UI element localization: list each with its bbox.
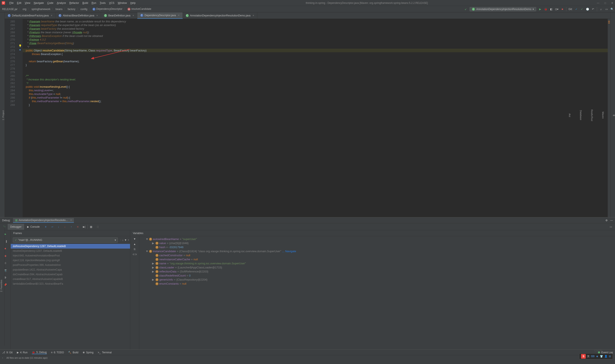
gutter-mark[interactable] (17, 73, 23, 77)
gutter-mark[interactable] (17, 30, 23, 33)
ime-user-icon[interactable]: 👤 (604, 355, 608, 358)
variable-node[interactable]: ▶f value = {char[9]@1848} (139, 241, 615, 245)
navigate-link[interactable]: ... Navigate (282, 250, 296, 253)
bottom-tool-debug[interactable]: 🐞5: Debug (32, 351, 47, 354)
expand-icon[interactable]: ▼ (146, 250, 148, 253)
menu-file[interactable]: File (8, 1, 15, 5)
run-icon[interactable]: ▶ (538, 7, 542, 11)
bottom-tool-git[interactable]: ⎇9: Git (2, 351, 13, 354)
crumb[interactable]: RELEASE.jar (1, 8, 18, 11)
gutter-mark[interactable] (17, 95, 23, 99)
code-line[interactable]: this.resolvableType = null; (23, 92, 608, 96)
gutter-mark[interactable] (17, 59, 23, 62)
variable-node[interactable]: ▼f autowiredBeanName = "superUser" (139, 237, 615, 241)
gutter-mark[interactable] (17, 22, 23, 26)
code-editor[interactable]: 2652662672682692702712722732742752762772… (5, 19, 610, 217)
threads-icon[interactable]: ≡ (43, 224, 49, 230)
code-line[interactable]: this.methodParameter = this.methodParame… (23, 99, 608, 103)
trace-icon[interactable]: ⇶ (94, 224, 101, 230)
gutter-mark[interactable] (17, 70, 23, 73)
gutter-mark[interactable] (17, 102, 23, 106)
bottom-tool-spring[interactable]: ❀Spring (83, 351, 94, 354)
close-tab-icon[interactable]: × (96, 14, 98, 17)
code-line[interactable]: * Increase this descriptor's nesting lev… (23, 78, 608, 81)
gutter-mark[interactable] (17, 99, 23, 102)
variable-node[interactable]: ▶f classLoader = {Launcher$AppClassLoade… (139, 265, 615, 270)
editor-tab[interactable]: CAbstractBeanDefinition.java× (55, 12, 101, 19)
code-line[interactable]: /** (23, 74, 608, 78)
warning-mark[interactable] (608, 23, 610, 23)
variables-tree[interactable]: ▼f autowiredBeanName = "superUser"▶f val… (139, 236, 615, 350)
code-line[interactable]: * @see BeanFactory#getBean(String) (23, 41, 608, 45)
menu-refactor[interactable]: Refactor (68, 1, 80, 5)
code-line[interactable]: this.nestingLevel++; (23, 89, 608, 92)
console-tab[interactable]: ▶Console (25, 224, 42, 230)
gutter-mark[interactable] (17, 66, 23, 70)
status-icon[interactable]: ▫ (2, 357, 3, 359)
code-line[interactable]: if (this.methodParameter != null) { (23, 96, 608, 99)
variable-node[interactable]: f cachedConstructor = null (139, 253, 615, 257)
code-line[interactable]: throws BeansException { (23, 52, 608, 56)
run-config-combo[interactable]: C AnnotationDependencyInjectionResolutio… (469, 7, 536, 11)
add-icon[interactable]: + (128, 239, 129, 242)
crumb[interactable]: mresolveCandidate (127, 7, 152, 11)
code-line[interactable]: * @return the bean instance (never {@cod… (23, 30, 608, 34)
gutter-mark[interactable]: 💡 (17, 44, 23, 48)
gutter-mark[interactable] (17, 26, 23, 30)
gutter-mark[interactable] (17, 84, 23, 88)
gear-icon[interactable]: ⚙ (605, 219, 608, 222)
code-line[interactable]: public Object resolveCandidate(String be… (23, 49, 608, 52)
maven-m-icon[interactable]: m (613, 114, 615, 117)
prev-frame-icon[interactable]: ↑ (120, 239, 121, 242)
variable-node[interactable]: f classRedefinedCount = 0 (139, 273, 615, 278)
menu-analyze[interactable]: Analyze (55, 1, 67, 5)
bottom-tool-build[interactable]: 🔨Build (68, 351, 78, 354)
gutter-mark[interactable] (17, 55, 23, 59)
crumb[interactable]: factory (67, 8, 76, 11)
layout-icon[interactable]: ▭ (608, 224, 614, 230)
ime-skin-icon[interactable]: 👕 (600, 355, 603, 358)
menu-tools[interactable]: Tools (98, 1, 107, 5)
expand-down-icon[interactable]: ▼ (134, 237, 136, 240)
close-tab-icon[interactable]: × (253, 14, 254, 17)
menu-navigate[interactable]: Navigate (32, 1, 45, 5)
menu-window[interactable]: Window (116, 1, 128, 5)
maximize-icon[interactable]: □ (604, 1, 606, 4)
menu-code[interactable]: Code (46, 1, 55, 5)
filter-icon[interactable]: ▼ (124, 239, 127, 242)
gutter-mark[interactable] (17, 40, 23, 44)
gutter-mark[interactable] (17, 19, 23, 22)
thread-selector[interactable]: ✓ "main"@...RUNNING ▾ (13, 237, 118, 243)
close-icon[interactable]: ✕ (611, 1, 613, 4)
step-out-icon[interactable]: ↑ (68, 224, 74, 230)
code-line[interactable]: } (23, 63, 608, 67)
variable-node[interactable]: f newInstanceCallerCache = null (139, 257, 615, 261)
editor-tab[interactable]: CDefaultListableBeanFactory.java× (5, 12, 55, 19)
code-line[interactable] (23, 67, 608, 70)
stack-frame[interactable]: resolveDependency:1207, DefaultListableB (11, 248, 130, 253)
ime-lang-icon[interactable]: 英 (587, 355, 589, 358)
variable-node[interactable]: ▶f reflectionData = {SoftReference@2203} (139, 270, 615, 273)
gutter-mark[interactable] (17, 52, 23, 55)
close-tab-icon[interactable]: × (70, 219, 72, 222)
git-revert-icon[interactable]: ↶ (591, 7, 595, 11)
expand-icon[interactable]: ▶ (152, 278, 155, 281)
bottom-tool-terminal[interactable]: >_Terminal (98, 351, 112, 354)
code-line[interactable]: * @since 4.3.2 (23, 38, 608, 41)
profile-icon[interactable]: ◷▾ (555, 7, 558, 11)
warning-mark[interactable] (608, 21, 610, 22)
menu-help[interactable]: Help (129, 1, 137, 5)
close-tab-icon[interactable]: × (178, 14, 180, 17)
expand-icon[interactable]: ▼ (146, 237, 148, 241)
favorites-tool[interactable]: 2: Favorites (0, 278, 2, 294)
code-line[interactable]: */ (23, 81, 608, 85)
code-line[interactable]: * @param beanName the bean name, as a ca… (23, 20, 608, 23)
git-update-icon[interactable]: ✓ (575, 7, 578, 11)
debug-config-tab[interactable]: ▦ AnnotationDependencyInjectionResolutio… (13, 218, 74, 223)
next-frame-icon[interactable]: ↓ (122, 239, 123, 242)
gutter-mark[interactable]: ◆ (17, 48, 23, 52)
git-history-icon[interactable]: 🕐 (586, 7, 589, 11)
code-line[interactable]: * @param requiredType the expected type … (23, 23, 608, 27)
variable-node[interactable]: ▼f instanceCandidate = {Class@1824} "cla… (139, 249, 615, 253)
close-tab-icon[interactable]: × (133, 14, 134, 17)
